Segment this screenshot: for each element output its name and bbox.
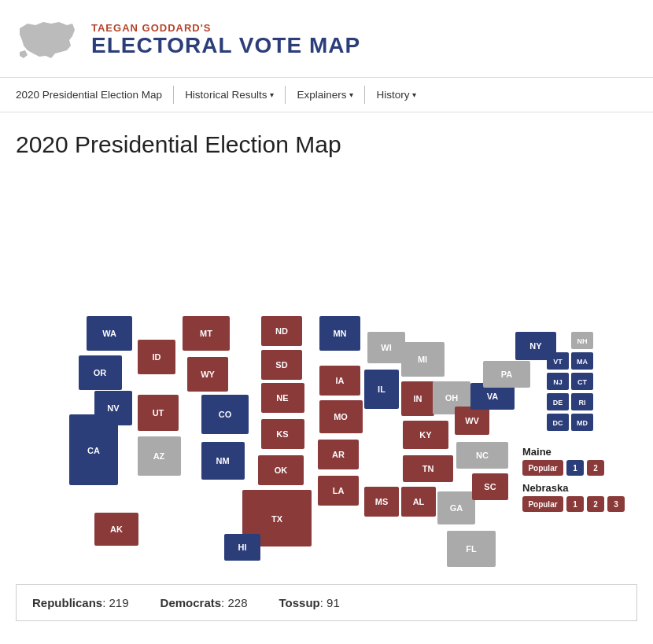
svg-text:WV: WV xyxy=(465,416,479,425)
nav-item-election-map[interactable]: 2020 Presidential Election Map xyxy=(16,86,174,104)
svg-text:NH: NH xyxy=(577,337,588,345)
svg-text:NC: NC xyxy=(476,451,489,460)
svg-text:DE: DE xyxy=(553,399,563,407)
tossup-score: Tossup: 91 xyxy=(279,596,339,609)
header-text: Taegan Goddard's Electoral Vote Map xyxy=(91,22,360,58)
chevron-down-icon: ▾ xyxy=(349,90,353,99)
svg-text:CA: CA xyxy=(87,446,100,455)
svg-text:HI: HI xyxy=(238,543,247,552)
svg-text:ND: ND xyxy=(275,326,288,336)
nav-item-explainers[interactable]: Explainers ▾ xyxy=(286,86,365,104)
svg-text:3: 3 xyxy=(614,500,618,509)
svg-text:MO: MO xyxy=(334,412,348,421)
nav-item-history[interactable]: History ▾ xyxy=(365,86,427,104)
svg-text:KY: KY xyxy=(419,430,432,440)
svg-text:OR: OR xyxy=(94,368,107,377)
svg-text:IA: IA xyxy=(336,376,345,385)
republicans-score: Republicans: 219 xyxy=(32,596,129,609)
svg-text:GA: GA xyxy=(450,503,463,513)
svg-text:TX: TX xyxy=(271,514,283,524)
svg-text:VT: VT xyxy=(553,358,563,366)
svg-text:FL: FL xyxy=(466,544,477,554)
svg-text:PA: PA xyxy=(501,370,513,379)
svg-text:Popular: Popular xyxy=(528,500,557,509)
svg-text:AK: AK xyxy=(110,524,123,534)
svg-text:MN: MN xyxy=(333,329,346,338)
svg-text:IL: IL xyxy=(378,385,386,394)
svg-text:RI: RI xyxy=(579,399,586,407)
svg-text:MS: MS xyxy=(375,497,389,506)
svg-text:WY: WY xyxy=(201,370,215,379)
svg-text:SD: SD xyxy=(275,360,287,370)
svg-text:OH: OH xyxy=(445,393,459,403)
svg-text:MT: MT xyxy=(200,329,212,338)
svg-text:KS: KS xyxy=(276,429,288,439)
svg-text:NE: NE xyxy=(276,393,288,403)
svg-text:MI: MI xyxy=(418,355,427,364)
election-map: WA OR CA NV ID MT WY UT AZ CO NM ND xyxy=(16,171,637,572)
header: Taegan Goddard's Electoral Vote Map xyxy=(0,0,653,78)
chevron-down-icon: ▾ xyxy=(412,90,416,99)
header-title: Electoral Vote Map xyxy=(91,34,360,58)
svg-text:ID: ID xyxy=(153,352,161,362)
svg-text:CT: CT xyxy=(577,378,587,386)
header-subtitle: Taegan Goddard's xyxy=(91,22,360,34)
svg-text:Popular: Popular xyxy=(528,464,557,473)
svg-text:DC: DC xyxy=(553,419,563,427)
svg-text:2: 2 xyxy=(593,464,598,473)
svg-text:VA: VA xyxy=(487,392,499,401)
map-area: WA OR CA NV ID MT WY UT AZ CO NM ND xyxy=(16,171,637,572)
svg-text:AZ: AZ xyxy=(153,451,165,461)
svg-text:NY: NY xyxy=(529,341,542,351)
svg-text:UT: UT xyxy=(153,408,164,418)
svg-text:LA: LA xyxy=(333,486,345,495)
nav-bar: 2020 Presidential Election Map Historica… xyxy=(0,78,653,112)
svg-text:MD: MD xyxy=(577,419,588,427)
svg-text:MA: MA xyxy=(577,358,588,366)
svg-text:NJ: NJ xyxy=(553,378,563,386)
svg-text:CO: CO xyxy=(219,410,232,419)
logo-icon xyxy=(16,13,79,68)
nav-item-historical[interactable]: Historical Results ▾ xyxy=(174,86,286,104)
svg-text:TN: TN xyxy=(422,464,434,473)
svg-text:1: 1 xyxy=(573,500,577,509)
svg-text:SC: SC xyxy=(484,482,496,491)
page-title: 2020 Presidential Election Map xyxy=(0,112,653,171)
svg-text:IN: IN xyxy=(414,394,422,403)
svg-text:NV: NV xyxy=(107,403,120,413)
svg-text:Maine: Maine xyxy=(522,446,552,458)
score-bar: Republicans: 219 Democrats: 228 Tossup: … xyxy=(16,584,637,621)
svg-text:AR: AR xyxy=(332,450,345,459)
democrats-score: Democrats: 228 xyxy=(160,596,248,609)
svg-text:2: 2 xyxy=(593,500,598,509)
svg-text:WA: WA xyxy=(102,329,116,338)
svg-text:1: 1 xyxy=(573,464,577,473)
svg-text:Nebraska: Nebraska xyxy=(522,482,569,494)
svg-text:AL: AL xyxy=(413,497,425,506)
svg-text:NM: NM xyxy=(216,456,229,466)
svg-text:OK: OK xyxy=(275,466,288,475)
svg-text:WI: WI xyxy=(381,343,391,352)
chevron-down-icon: ▾ xyxy=(270,90,274,99)
